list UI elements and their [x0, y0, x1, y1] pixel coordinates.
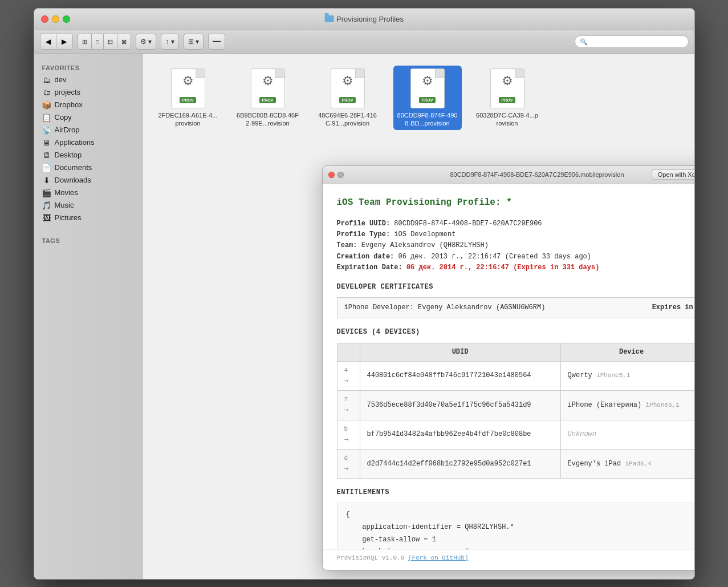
arrange-button[interactable]: ⊞ ▾ — [184, 34, 204, 50]
sidebar-item-copy[interactable]: 📋 Copy — [34, 111, 142, 124]
movies-icon: 🎬 — [42, 188, 51, 197]
list-view-button[interactable]: ≡ — [92, 34, 104, 49]
forward-button[interactable]: ▶ — [56, 34, 72, 49]
creation-value: 06 дек. 2013 г., 22:16:47 (Created 33 da… — [398, 253, 591, 261]
device-row-4-device: Evgeny's iPad iPad3,4 — [560, 449, 694, 478]
device-row-1-udid: 440801c6cf84e048ffb746c917721043e1480564 — [360, 361, 560, 390]
finder-window: Provisioning Profiles ◀ ▶ ⊞ ≡ ⊟ ⊠ ⚙ ▾ ↑ … — [34, 8, 695, 580]
fork-link[interactable]: (Fork on GitHub) — [408, 554, 469, 561]
documents-icon: 📄 — [42, 163, 51, 172]
file-item-1[interactable]: ⚙ PROV 2FDEC169-A61E-4...provision — [154, 66, 222, 131]
ql-traffic-lights — [328, 172, 344, 178]
team-label: Team: — [337, 241, 361, 249]
folder-icon — [324, 15, 334, 22]
col-header-udid: UDID — [360, 343, 560, 361]
team-value: Evgeny Aleksandrov (QH8R2LYHSH) — [361, 241, 489, 249]
file-item-3[interactable]: ⚙ PROV 48C694E6-28F1-416C-91...provision — [314, 66, 382, 131]
titlebar: Provisioning Profiles — [34, 9, 694, 30]
back-button[interactable]: ◀ — [40, 34, 56, 49]
profile-uuid-label: Profile UUID: — [337, 220, 394, 228]
sidebar-item-applications-label: Applications — [55, 138, 95, 147]
provision-file-icon-4: ⚙ PROV — [410, 68, 445, 108]
main-content: ⚙ PROV 2FDEC169-A61E-4...provision ⚙ PRO… — [143, 54, 694, 579]
applications-icon: 🖥 — [42, 138, 51, 147]
window-title: Provisioning Profiles — [324, 15, 404, 23]
devices-header: DEVICES (4 DEVICES) — [337, 327, 694, 338]
sidebar-item-projects[interactable]: 🗂 projects — [34, 86, 142, 99]
cover-view-button[interactable]: ⊠ — [117, 34, 131, 49]
col-header-num — [337, 343, 360, 361]
dev-icon: 🗂 — [42, 75, 51, 84]
search-box[interactable]: 🔍 — [575, 35, 689, 48]
file-item-2[interactable]: ⚙ PROV 6B9BC80B-8CD8-46F2-99E...rovision — [234, 66, 302, 131]
column-view-button[interactable]: ⊟ — [104, 34, 117, 49]
device-row-2: 7 → 7536d5ece88f3d40e70a5e1f175c96cf5a54… — [337, 391, 694, 420]
open-with-xcode-button[interactable]: Open with Xcode — [652, 169, 694, 180]
sidebar-item-dev[interactable]: 🗂 dev — [34, 74, 142, 86]
sidebar-item-applications[interactable]: 🖥 Applications — [34, 136, 142, 149]
icon-view-button[interactable]: ⊞ — [78, 34, 92, 49]
entitlements-block: { application-identifier = QH8R2LYHSH.* … — [337, 503, 694, 549]
col-header-device: Device — [560, 343, 694, 361]
expiration-value: 06 дек. 2014 г., 22:16:47 (Expires in 33… — [406, 264, 599, 272]
close-button[interactable] — [41, 15, 48, 23]
sidebar-item-documents-label: Documents — [55, 163, 92, 172]
file-icon-3: ⚙ PROV — [328, 68, 368, 108]
content-area: FAVORITES 🗂 dev 🗂 projects 📦 Dropbox 📋 C… — [34, 54, 694, 579]
files-area: ⚙ PROV 2FDEC169-A61E-4...provision ⚙ PRO… — [143, 54, 694, 142]
music-icon: 🎵 — [42, 201, 51, 210]
ql-min-button[interactable] — [337, 172, 344, 178]
desktop-icon: 🖥 — [42, 151, 51, 160]
projects-icon: 🗂 — [42, 88, 51, 97]
file-icon-4: ⚙ PROV — [408, 68, 448, 108]
sidebar-item-documents[interactable]: 📄 Documents — [34, 161, 142, 174]
file-icon-1: ⚙ PROV — [168, 68, 208, 108]
file-item-5[interactable]: ⚙ PROV 60328D7C-CA39-4...provision — [473, 66, 542, 131]
action-button[interactable]: ⚙ ▾ — [136, 34, 156, 50]
toolbar: ◀ ▶ ⊞ ≡ ⊟ ⊠ ⚙ ▾ ↑ ▾ ⊞ ▾ ━━ 🔍 — [34, 30, 694, 54]
share-button[interactable]: ↑ ▾ — [161, 34, 178, 50]
sidebar-item-pictures[interactable]: 🖼 Pictures — [34, 212, 142, 224]
device-row-3: b → bf7b9541d3482a4afbb962ee4b4fdf7be0c8… — [337, 420, 694, 449]
tags-label: TAGS — [34, 233, 142, 246]
provision-file-icon-1: ⚙ PROV — [171, 68, 205, 108]
device-row-4: d → d2d7444c14d2eff068b1c2792e95d0a952c0… — [337, 449, 694, 478]
sidebar-item-desktop[interactable]: 🖥 Desktop — [34, 149, 142, 161]
profile-uuid-value: 80CDD9F8-874F-4908-BDE7-620A7C29E906 — [394, 220, 542, 228]
view-switcher: ⊞ ≡ ⊟ ⊠ — [78, 34, 131, 50]
sidebar: FAVORITES 🗂 dev 🗂 projects 📦 Dropbox 📋 C… — [34, 54, 143, 579]
sidebar-item-dropbox[interactable]: 📦 Dropbox — [34, 99, 142, 111]
sidebar-item-airdrop[interactable]: 📡 AirDrop — [34, 124, 142, 136]
device-row-3-num: b → — [337, 420, 360, 449]
sidebar-item-movies[interactable]: 🎬 Movies — [34, 187, 142, 199]
sidebar-item-music[interactable]: 🎵 Music — [34, 199, 142, 212]
device-row-3-device: Unknown — [560, 420, 694, 449]
ql-close-button[interactable] — [328, 172, 335, 178]
nav-buttons: ◀ ▶ — [40, 34, 73, 50]
sidebar-item-desktop-label: Desktop — [55, 151, 82, 159]
ql-filename: 80CDD9F8-874F-4908-BDE7-620A7C29E906.mob… — [450, 171, 624, 178]
file-icon-5: ⚙ PROV — [487, 68, 527, 108]
quicklook-panel: 80CDD9F8-874F-4908-BDE7-620A7C29E906.mob… — [322, 165, 694, 570]
maximize-button[interactable] — [63, 15, 70, 23]
device-row-1: 4 → 440801c6cf84e048ffb746c917721043e148… — [337, 361, 694, 390]
sidebar-item-dev-label: dev — [55, 75, 67, 84]
toggle-button[interactable]: ━━ — [208, 34, 225, 50]
gear-icon-5: ⚙ — [502, 74, 513, 88]
ql-titlebar: 80CDD9F8-874F-4908-BDE7-620A7C29E906.mob… — [323, 166, 694, 184]
minimize-button[interactable] — [52, 15, 59, 23]
file-name-3: 48C694E6-28F1-416C-91...provision — [316, 111, 379, 128]
ql-footer: ProvisionQL v1.0.0 (Fork on GitHub) — [323, 549, 694, 570]
prov-badge-5: PROV — [499, 97, 516, 103]
device-row-3-udid: bf7b9541d3482a4afbb962ee4b4fdf7be0c808be — [360, 420, 560, 449]
file-icon-2: ⚙ PROV — [248, 68, 288, 108]
file-item-4[interactable]: ⚙ PROV 80CDD9F8-874F-4908-BD...provision — [393, 66, 462, 131]
provision-file-icon-3: ⚙ PROV — [331, 68, 365, 108]
sidebar-item-airdrop-label: AirDrop — [55, 126, 80, 134]
downloads-icon: ⬇ — [42, 176, 51, 185]
devices-table: UDID Device iOS 4 → 440801c6cf84e048ffb7… — [337, 343, 694, 479]
sidebar-item-music-label: Music — [55, 201, 74, 209]
file-name-2: 6B9BC80B-8CD8-46F2-99E...rovision — [237, 111, 299, 128]
profile-type-value: iOS Development — [394, 230, 455, 238]
sidebar-item-downloads[interactable]: ⬇ Downloads — [34, 174, 142, 187]
